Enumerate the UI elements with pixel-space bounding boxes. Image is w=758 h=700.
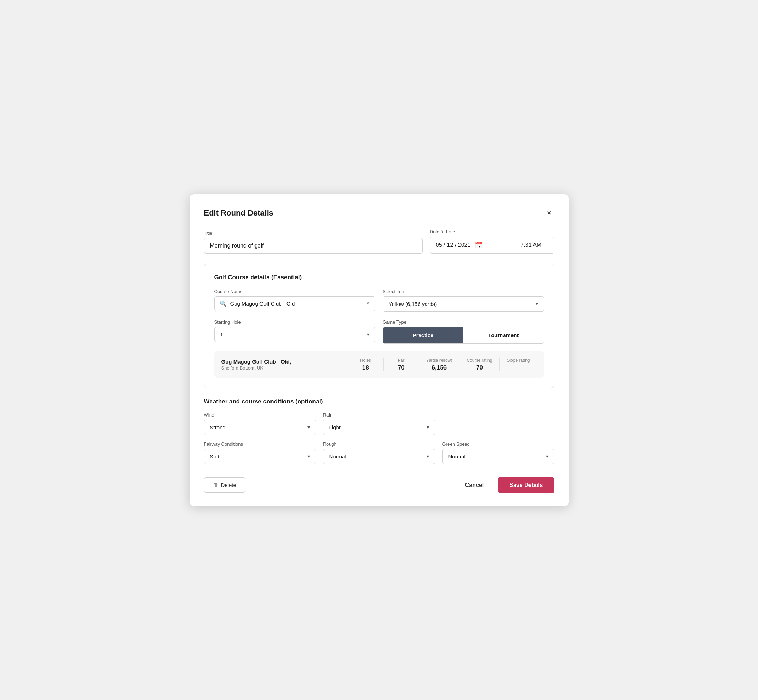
rain-value: Light [329,424,341,430]
footer-right: Cancel Save Details [459,477,554,493]
slope-rating-value: - [517,364,520,371]
date-input[interactable]: 05 / 12 / 2021 📅 [430,236,508,254]
course-stat-yards: Yards(Yellow) 6,156 [419,358,459,371]
time-value: 7:31 AM [521,242,542,248]
yards-label: Yards(Yellow) [426,358,452,363]
par-value: 70 [398,364,405,371]
tournament-button[interactable]: Tournament [464,327,544,343]
green-speed-dropdown[interactable]: Normal ▾ [442,449,554,464]
course-name-group: Course Name 🔍 × [214,289,376,312]
clear-course-button[interactable]: × [365,300,370,306]
fairway-dropdown[interactable]: Soft ▾ [204,449,316,464]
starting-hole-dropdown[interactable]: 1 ▾ [214,327,376,342]
course-stat-par: Par 70 [383,358,419,371]
weather-section: Weather and course conditions (optional)… [204,398,554,464]
date-time-field-group: Date & Time 05 / 12 / 2021 📅 7:31 AM [430,229,554,254]
title-field-group: Title [204,230,423,254]
slope-rating-label: Slope rating [507,358,529,363]
green-speed-field: Green Speed Normal ▾ [442,441,554,464]
chevron-down-icon-green: ▾ [546,453,548,459]
course-display-name: Gog Magog Golf Club - Old, [221,359,348,364]
modal-header: Edit Round Details × [204,207,554,219]
game-type-group: Game Type Practice Tournament [382,319,544,344]
green-speed-value: Normal [448,453,465,459]
par-label: Par [398,358,405,363]
game-type-label: Game Type [382,319,544,325]
course-stat-holes: Holes 18 [348,358,383,371]
yards-value: 6,156 [432,364,447,371]
golf-course-title: Golf Course details (Essential) [214,274,544,281]
golf-course-section: Golf Course details (Essential) Course N… [204,264,554,388]
holes-value: 18 [362,364,369,371]
top-row: Title Date & Time 05 / 12 / 2021 📅 7:31 … [204,229,554,254]
starting-hole-group: Starting Hole 1 ▾ [214,319,376,344]
rough-dropdown[interactable]: Normal ▾ [323,449,435,464]
delete-button[interactable]: 🗑 Delete [204,477,245,493]
select-tee-label: Select Tee [382,289,544,294]
course-rating-value: 70 [476,364,483,371]
save-button[interactable]: Save Details [498,477,554,493]
course-name-input[interactable] [230,300,362,306]
starting-hole-value: 1 [220,331,223,338]
edit-round-modal: Edit Round Details × Title Date & Time 0… [190,194,568,506]
course-location: Shelford Bottom, UK [221,365,348,370]
course-stat-slope: Slope rating - [499,358,537,371]
starting-hole-game-type-row: Starting Hole 1 ▾ Game Type Practice Tou… [214,319,544,344]
wind-field: Wind Strong ▾ [204,412,316,435]
green-speed-label: Green Speed [442,441,554,447]
chevron-down-icon-wind: ▾ [307,424,310,430]
date-value: 05 / 12 / 2021 [436,242,471,248]
course-stat-rating: Course rating 70 [459,358,499,371]
wind-value: Strong [210,424,226,430]
fairway-rough-green-row: Fairway Conditions Soft ▾ Rough Normal ▾… [204,441,554,464]
game-type-toggle: Practice Tournament [382,327,544,344]
wind-rain-row: Wind Strong ▾ Rain Light ▾ [204,412,554,435]
rough-field: Rough Normal ▾ [323,441,435,464]
date-time-row: 05 / 12 / 2021 📅 7:31 AM [430,236,554,254]
wind-label: Wind [204,412,316,417]
rough-label: Rough [323,441,435,447]
fairway-value: Soft [210,453,219,459]
chevron-down-icon-rough: ▾ [427,453,429,459]
time-input[interactable]: 7:31 AM [508,236,554,254]
date-time-label: Date & Time [430,229,554,234]
rain-dropdown[interactable]: Light ▾ [323,420,435,435]
trash-icon: 🗑 [213,482,218,488]
course-name-search[interactable]: 🔍 × [214,296,376,311]
course-info-name: Gog Magog Golf Club - Old, Shelford Bott… [221,359,348,370]
cancel-button[interactable]: Cancel [459,478,489,493]
chevron-down-icon-fairway: ▾ [307,453,310,459]
practice-button[interactable]: Practice [383,327,464,343]
calendar-icon: 📅 [475,241,482,249]
select-tee-value: Yellow (6,156 yards) [388,301,437,307]
title-input[interactable] [204,238,423,254]
weather-title: Weather and course conditions (optional) [204,398,554,405]
course-info-row: Gog Magog Golf Club - Old, Shelford Bott… [214,352,544,378]
wind-dropdown[interactable]: Strong ▾ [204,420,316,435]
chevron-down-icon-2: ▾ [367,331,370,337]
rough-value: Normal [329,453,346,459]
fairway-label: Fairway Conditions [204,441,316,447]
rain-label: Rain [323,412,435,417]
select-tee-group: Select Tee Yellow (6,156 yards) ▾ [382,289,544,312]
modal-title: Edit Round Details [204,208,274,218]
course-name-label: Course Name [214,289,376,294]
holes-label: Holes [360,358,371,363]
course-rating-label: Course rating [467,358,492,363]
chevron-down-icon-rain: ▾ [427,424,429,430]
title-label: Title [204,230,423,236]
rain-field: Rain Light ▾ [323,412,435,435]
starting-hole-label: Starting Hole [214,319,376,325]
delete-label: Delete [221,482,236,488]
select-tee-dropdown[interactable]: Yellow (6,156 yards) ▾ [382,296,544,312]
fairway-field: Fairway Conditions Soft ▾ [204,441,316,464]
close-button[interactable]: × [544,207,554,219]
course-name-tee-row: Course Name 🔍 × Select Tee Yellow (6,156… [214,289,544,312]
chevron-down-icon: ▾ [536,301,538,306]
modal-footer: 🗑 Delete Cancel Save Details [204,474,554,493]
search-icon: 🔍 [219,300,227,307]
